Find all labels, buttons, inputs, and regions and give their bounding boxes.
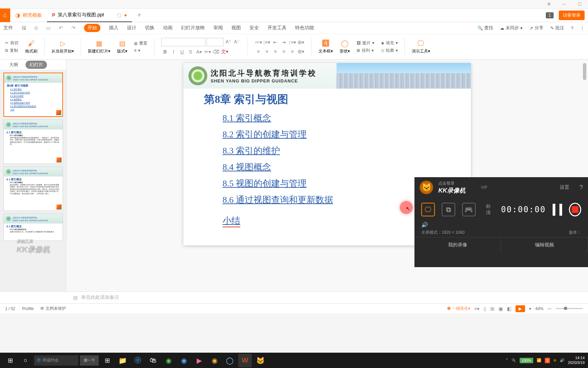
redo-icon[interactable]: ↷ bbox=[71, 25, 76, 31]
align-justify-button[interactable]: ≡ bbox=[280, 48, 288, 55]
underline-button[interactable]: U bbox=[178, 48, 186, 56]
kk-recorder-window[interactable]: 🐱 点击登录 KK录像机 VIP 设置 ? 🖵 ⧉ 🎮 标清 00:00:00 … bbox=[414, 177, 588, 267]
outline-tab[interactable]: 大纲 bbox=[5, 61, 22, 69]
fill-button[interactable]: ◈填充▾ bbox=[381, 40, 398, 46]
menu-special[interactable]: 特色功能 bbox=[295, 25, 314, 31]
from-current-button[interactable]: ▷ 从当前开始▾ bbox=[51, 39, 74, 54]
outline-button[interactable]: ◇轮廓▾ bbox=[381, 48, 398, 53]
zoom-slider[interactable] bbox=[556, 308, 583, 309]
menu-start[interactable]: 开始 bbox=[84, 24, 100, 32]
align-right-button[interactable]: ≡ bbox=[272, 48, 279, 55]
decrease-font-icon[interactable]: A⁻ bbox=[233, 38, 241, 45]
profile-label[interactable]: Profile bbox=[22, 306, 34, 311]
present-mode-icon[interactable]: ▢ bbox=[117, 12, 121, 18]
new-tab-button[interactable]: + bbox=[137, 11, 141, 19]
menu-transition[interactable]: 切换 bbox=[145, 25, 154, 31]
format-painter-button[interactable]: 🖌 格式刷 bbox=[25, 40, 37, 54]
align-dist-button[interactable]: ≡ bbox=[289, 48, 296, 55]
vert-align-button[interactable]: ⊞▾ bbox=[297, 48, 305, 55]
indent-inc-button[interactable]: ⇥ bbox=[280, 39, 288, 46]
chrome-icon[interactable]: ◉ bbox=[208, 354, 221, 367]
sorter-view-icon[interactable]: ⊞ bbox=[490, 306, 494, 311]
menu-security[interactable]: 安全 bbox=[249, 25, 259, 31]
kk-speaker-icon[interactable]: 🔊 bbox=[421, 221, 428, 228]
kk-my-recordings-button[interactable]: 我的录像 bbox=[414, 237, 501, 252]
textbox-button[interactable]: 🅰 文本框▾ bbox=[318, 40, 333, 54]
font-size-select[interactable] bbox=[207, 38, 224, 46]
maximize-icon[interactable]: ☐ bbox=[574, 2, 585, 6]
system-clock[interactable]: 14:14 2020/3/19 bbox=[568, 356, 585, 365]
menu-view[interactable]: 视图 bbox=[231, 25, 241, 31]
beautify-button[interactable]: ⬢ 一键美化▾ bbox=[447, 306, 470, 311]
menu-file[interactable]: 文件 bbox=[3, 25, 13, 31]
section-button[interactable]: ≡▾ bbox=[134, 48, 147, 53]
slide-thumbnail-4[interactable]: 沈阳北斗导航教育培训学校SHEN YANG BIG DIPPER GUIDANC… bbox=[3, 214, 63, 241]
menu-devtools[interactable]: 开发工具 bbox=[267, 25, 287, 31]
notes-toggle-icon[interactable]: ≡▾ bbox=[474, 306, 479, 311]
slide-thumbnail-2[interactable]: 沈阳北斗导航教育培训学校SHEN YANG BIG DIPPER GUIDANC… bbox=[3, 120, 63, 164]
increase-font-icon[interactable]: A⁺ bbox=[225, 38, 232, 45]
sogou-icon[interactable]: S bbox=[545, 358, 550, 363]
kk-screen-mode-icon[interactable]: 🖵 bbox=[421, 203, 435, 216]
ime-icon[interactable]: ⊕ bbox=[553, 358, 556, 363]
toc-link-1[interactable]: 8.1 索引概念 bbox=[223, 112, 451, 124]
font-name-select[interactable] bbox=[161, 38, 206, 46]
kk-quality-label[interactable]: 标清 bbox=[486, 203, 494, 216]
kk-edit-video-button[interactable]: 编辑视频 bbox=[501, 237, 588, 252]
layout-button[interactable]: ▤ 版式▾ bbox=[117, 39, 127, 54]
task-view-icon[interactable]: ⊞ bbox=[100, 354, 114, 366]
start-button[interactable]: ⊞ bbox=[3, 354, 17, 366]
toc-link-3[interactable]: 8.3 索引的维护 bbox=[223, 145, 451, 157]
sync-button[interactable]: ☁未同步▾ bbox=[500, 25, 523, 31]
document-tab[interactable]: P 第八章索引与视图.ppt ▢ ● bbox=[47, 9, 132, 22]
slide-thumbnail-3[interactable]: 沈阳北斗导航教育培训学校SHEN YANG BIG DIPPER GUIDANC… bbox=[3, 167, 63, 211]
taskbar-search[interactable]: ⓔ 同成约会 bbox=[34, 355, 78, 366]
slideshow-view-icon[interactable]: ◧ bbox=[507, 306, 511, 311]
settings-icon[interactable]: ⚙ bbox=[544, 2, 554, 6]
shapes-button[interactable]: ◯ 形状▾ bbox=[340, 39, 350, 54]
share-button[interactable]: ⇗分享 bbox=[529, 25, 543, 31]
phonetic-button[interactable]: 文▾ bbox=[221, 48, 228, 56]
bullets-button[interactable]: ≔▾ bbox=[255, 39, 262, 46]
save-icon[interactable]: 🖫 bbox=[21, 25, 26, 31]
battery-indicator[interactable]: 100% bbox=[520, 358, 533, 363]
kk-game-mode-icon[interactable]: 🎮 bbox=[462, 203, 476, 216]
highlight-button[interactable]: ✏▾ bbox=[204, 48, 211, 56]
normal-view-icon[interactable]: ▯ bbox=[484, 306, 486, 311]
italic-button[interactable]: I bbox=[170, 48, 177, 56]
explorer-icon[interactable]: 📁 bbox=[116, 354, 129, 367]
menu-design[interactable]: 设计 bbox=[127, 25, 136, 31]
more-icon[interactable]: ⋮ bbox=[580, 26, 585, 31]
wps-icon[interactable]: W bbox=[238, 354, 252, 367]
align-left-button[interactable]: ≡ bbox=[255, 48, 262, 55]
strike-button[interactable]: S bbox=[187, 48, 194, 56]
slide-thumbnail-1[interactable]: 沈阳北斗导航教育培训学校SHEN YANG BIG DIPPER GUIDANC… bbox=[3, 73, 63, 117]
edge-icon[interactable]: ⓔ bbox=[131, 354, 145, 367]
align-center-button[interactable]: ≡ bbox=[263, 48, 271, 55]
arrange-button[interactable]: ⊞排列▾ bbox=[357, 48, 374, 53]
doc-protect[interactable]: ⛨ 文档未保护 bbox=[40, 306, 66, 311]
menu-insert[interactable]: 插入 bbox=[109, 25, 118, 31]
kk-vip-label[interactable]: VIP bbox=[481, 185, 487, 190]
store-icon[interactable]: 🛍 bbox=[146, 354, 160, 367]
menu-review[interactable]: 审阅 bbox=[213, 25, 223, 31]
notes-pane[interactable]: ▤ 单击此处添加备注 bbox=[0, 291, 588, 303]
undo-icon[interactable]: ↶ bbox=[59, 25, 63, 31]
preview-icon[interactable]: ▭ bbox=[46, 25, 50, 31]
zoom-out-icon[interactable]: — bbox=[548, 306, 552, 311]
present-tools-button[interactable]: 🖵 演示工具▾ bbox=[412, 40, 430, 54]
app-blue-icon[interactable]: ◉ bbox=[177, 354, 191, 367]
indent-dec-button[interactable]: ⇤ bbox=[272, 39, 279, 46]
minimize-icon[interactable]: — bbox=[559, 2, 569, 6]
app-circle-icon[interactable]: ◯ bbox=[223, 354, 236, 367]
reading-view-icon[interactable]: ▣ bbox=[499, 306, 503, 311]
plug-icon[interactable]: 🔌 bbox=[511, 358, 516, 363]
slides-tab[interactable]: 幻灯片 bbox=[26, 61, 47, 69]
reset-button[interactable]: ⊞重置 bbox=[134, 41, 147, 46]
copy-button[interactable]: ⧉复制 bbox=[5, 48, 18, 53]
home-tab-icon[interactable]: ⌂ bbox=[0, 9, 10, 22]
guest-login-button[interactable]: 访客登录 bbox=[559, 11, 585, 20]
network-icon[interactable]: 📶 bbox=[537, 358, 541, 363]
kk-taskbar-icon[interactable]: 🐱 bbox=[254, 354, 267, 367]
numbering-button[interactable]: ⁝≡▾ bbox=[263, 39, 271, 46]
